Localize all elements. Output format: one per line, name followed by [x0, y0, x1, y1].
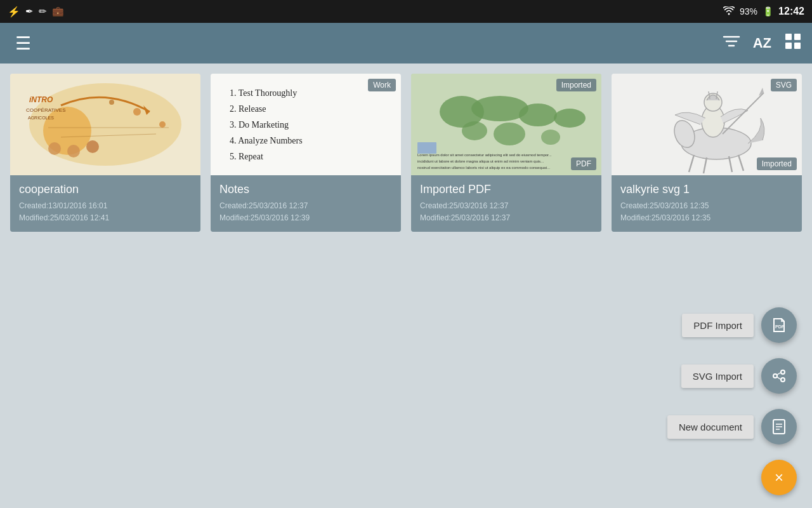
svg-point-15 [67, 145, 80, 157]
doc-card-valkyrie[interactable]: SVG Imported [612, 74, 802, 232]
svg-point-31 [519, 104, 557, 126]
svg-text:nostrud exercitation ullamco l: nostrud exercitation ullamco laboris nis… [417, 166, 550, 170]
battery-charging-icon: 🔋 [763, 6, 773, 17]
svg-point-21 [109, 100, 114, 105]
pdf-import-fab[interactable]: PDF [761, 307, 797, 343]
fab-row-pdf: PDF Import PDF [682, 307, 797, 343]
svg-text:Lorem ipsum dolor sit amet con: Lorem ipsum dolor sit amet consectetur a… [417, 153, 552, 157]
battery-percent: 93% [740, 6, 757, 17]
doc-title-imported-pdf: Imported PDF [420, 183, 593, 196]
svg-text:PDF: PDF [775, 324, 785, 329]
main-content: íNTRO COOPÉRATIVES AGRICOLES [0, 64, 812, 508]
svg-point-16 [86, 140, 99, 153]
menu-button[interactable]: ☰ [10, 28, 36, 59]
pencil-icon: ✏ [39, 6, 47, 17]
doc-info-imported-pdf: Imported PDF Created:25/03/2016 12:37 Mo… [411, 175, 601, 232]
new-document-button[interactable]: New document [667, 415, 754, 439]
svg-text:incididunt ut labore et dolore: incididunt ut labore et dolore magna ali… [417, 159, 544, 163]
badge-pdf: PDF [571, 157, 596, 170]
fab-row-close: × [761, 460, 797, 495]
svg-point-35 [541, 130, 560, 145]
doc-card-cooperation[interactable]: íNTRO COOPÉRATIVES AGRICOLES [10, 74, 200, 232]
briefcase-icon: 💼 [52, 6, 64, 17]
doc-card-notes[interactable]: Work 1. Test Thoroughly 2. Release 3. Do… [211, 74, 401, 232]
clock-time: 12:42 [778, 6, 804, 17]
doc-meta-valkyrie: Created:25/03/2016 12:35 Modified:25/03/… [620, 200, 793, 224]
svg-import-button[interactable]: SVG Import [681, 364, 754, 388]
doc-title-valkyrie: valkyrie svg 1 [620, 183, 793, 196]
doc-thumbnail-notes: Work 1. Test Thoroughly 2. Release 3. Do… [211, 74, 401, 175]
svg-text:íNTRO: íNTRO [29, 95, 53, 104]
svg-point-19 [133, 108, 141, 116]
badge-imported: Imported [556, 79, 596, 91]
doc-thumbnail-cooperation: íNTRO COOPÉRATIVES AGRICOLES [10, 74, 200, 175]
fab-close-button[interactable]: × [761, 460, 797, 495]
usb-icon: ⚡ [8, 6, 20, 18]
toolbar-right: AZ [723, 32, 802, 55]
svg-text:4. Analyze Numbers: 4. Analyze Numbers [230, 136, 303, 145]
svg-point-53 [781, 370, 785, 374]
doc-meta-imported-pdf: Created:25/03/2016 12:37 Modified:25/03/… [420, 200, 593, 224]
fab-row-new: New document [667, 409, 797, 444]
svg-text:AGRICOLES: AGRICOLES [28, 116, 54, 120]
svg-text:5. Repeat: 5. Repeat [230, 152, 263, 161]
doc-thumbnail-imported-pdf: Imported PDF Lorem ipsum dolor sit amet … [411, 74, 601, 175]
svg-point-54 [781, 378, 785, 382]
wifi-icon [723, 6, 735, 17]
filter-button[interactable] [723, 34, 740, 53]
badge-svg: SVG [771, 79, 797, 91]
new-document-fab[interactable] [761, 409, 797, 444]
svg-text:COOPÉRATIVES: COOPÉRATIVES [26, 107, 66, 113]
svg-rect-4 [794, 34, 801, 40]
badge-imported-svg: Imported [757, 157, 797, 170]
doc-meta-notes: Created:25/03/2016 12:37 Modified:25/03/… [219, 200, 392, 224]
doc-card-imported-pdf[interactable]: Imported PDF Lorem ipsum dolor sit amet … [411, 74, 601, 232]
svg-import-fab[interactable] [761, 358, 797, 394]
svg-text:1. Test Thoroughly: 1. Test Thoroughly [230, 88, 297, 98]
svg-point-52 [773, 374, 777, 378]
svg-rect-6 [794, 43, 801, 49]
doc-meta-cooperation: Created:13/01/2016 16:01 Modified:25/03/… [19, 200, 192, 224]
svg-point-32 [554, 109, 586, 128]
svg-text:2. Release: 2. Release [230, 104, 266, 114]
badge-work: Work [368, 79, 396, 91]
toolbar: ☰ AZ [0, 23, 812, 64]
status-left-icons: ⚡ ✒ ✏ 💼 [8, 6, 64, 18]
document-grid: íNTRO COOPÉRATIVES AGRICOLES [10, 74, 802, 232]
pen-tool-icon: ✒ [25, 6, 34, 17]
toolbar-left: ☰ [10, 28, 36, 59]
fab-row-svg: SVG Import [681, 358, 797, 394]
svg-rect-3 [785, 34, 792, 40]
svg-point-33 [462, 121, 487, 140]
svg-text:3. Do Marketing: 3. Do Marketing [230, 120, 289, 130]
svg-point-34 [494, 123, 525, 145]
svg-point-14 [48, 142, 61, 155]
pdf-import-button[interactable]: PDF Import [682, 314, 754, 337]
svg-point-20 [159, 121, 166, 128]
status-right-info: 93% 🔋 12:42 [723, 6, 804, 17]
grid-view-button[interactable] [784, 32, 802, 55]
doc-info-notes: Notes Created:25/03/2016 12:37 Modified:… [211, 175, 401, 232]
sort-az-button[interactable]: AZ [753, 35, 771, 51]
fab-area: PDF Import PDF SVG Import [667, 307, 797, 495]
status-bar: ⚡ ✒ ✏ 💼 93% 🔋 12:42 [0, 0, 812, 23]
svg-rect-39 [417, 142, 436, 154]
doc-info-valkyrie: valkyrie svg 1 Created:25/03/2016 12:35 … [612, 175, 802, 232]
doc-info-cooperation: cooperation Created:13/01/2016 16:01 Mod… [10, 175, 200, 232]
doc-title-cooperation: cooperation [19, 183, 192, 196]
doc-title-notes: Notes [219, 183, 392, 196]
svg-rect-5 [785, 43, 792, 49]
doc-thumbnail-valkyrie: SVG Imported [612, 74, 802, 175]
